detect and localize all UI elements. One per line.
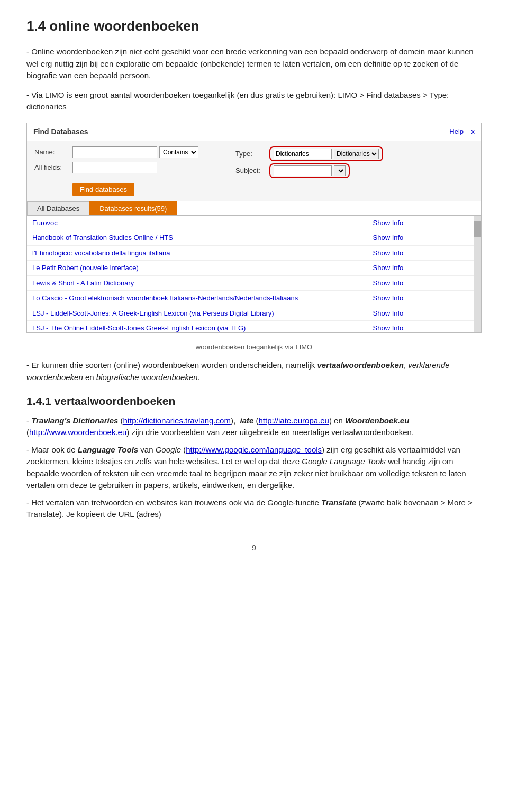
result-show-info[interactable]: Show Info [368, 216, 482, 230]
type-value-input[interactable] [274, 149, 332, 159]
subject-select[interactable] [334, 165, 346, 176]
limo-form: Name: Contains All fields: Find database… [27, 141, 481, 201]
result-show-info[interactable]: Show Info [368, 306, 482, 321]
scrollbar-thumb[interactable] [474, 221, 481, 237]
limo-box-title: Find Databases [33, 126, 88, 137]
results-area: EurovocShow InfoHandbook of Translation … [27, 216, 481, 332]
table-row: Le Petit Robert (nouvelle interface)Show… [27, 261, 481, 276]
tab-all-databases[interactable]: All Databases [27, 201, 89, 215]
name-input[interactable] [72, 146, 157, 158]
result-show-info[interactable]: Show Info [368, 291, 482, 306]
more-text: More [448, 498, 466, 507]
table-row: l'Etimologico: vocabolario della lingua … [27, 245, 481, 261]
woordenboek-text: Woordenboek.eu [345, 416, 409, 425]
iate-link[interactable]: http://iate.europa.eu [259, 416, 329, 425]
close-icon[interactable]: x [471, 127, 475, 135]
page-number: 9 [26, 542, 482, 554]
tabs-row: All Databases Databases results(59) [27, 201, 481, 216]
result-name[interactable]: Handbook of Translation Studies Online /… [27, 230, 368, 246]
subject-input-box [269, 163, 350, 178]
google-language-tools-text: Google Language Tools [302, 457, 386, 466]
body-para-3: - Het vertalen van trefwoorden en websit… [26, 497, 482, 521]
section-heading-141: 1.4.1 vertaalwoordenboeken [26, 393, 482, 410]
table-row: LSJ - The Online Liddell-Scott-Jones Gre… [27, 321, 481, 332]
limo-find-databases-box: Find Databases Help x Name: Contains All… [26, 123, 482, 333]
help-link[interactable]: Help [449, 127, 464, 135]
table-row: Lewis & Short - A Latin DictionaryShow I… [27, 275, 481, 291]
contains-select[interactable]: Contains [159, 146, 198, 158]
subject-value-input[interactable] [274, 165, 332, 176]
result-show-info[interactable]: Show Info [368, 321, 482, 332]
type-subject-area: Type: Dictionaries Subject: [235, 146, 383, 196]
middle-para-1: - Er kunnen drie soorten (online) woorde… [26, 359, 482, 383]
subject-label: Subject: [235, 165, 267, 176]
name-label: Name: [34, 147, 72, 158]
scrollbar[interactable] [474, 216, 481, 332]
results-table: EurovocShow InfoHandbook of Translation … [27, 216, 481, 332]
google-tools-link[interactable]: http://www.google.com/language_tools [186, 445, 322, 454]
type-label: Type: [235, 149, 267, 159]
woordenboek-link[interactable]: http://www.woordenboek.eu [29, 428, 126, 437]
allfields-input[interactable] [72, 162, 157, 173]
limo-box-header: Find Databases Help x [27, 123, 481, 141]
result-name[interactable]: Lo Cascio - Groot elektronisch woordenbo… [27, 291, 368, 306]
table-row: LSJ - Liddell-Scott-Jones: A Greek-Engli… [27, 306, 481, 321]
table-row: Lo Cascio - Groot elektronisch woordenbo… [27, 291, 481, 306]
translate-text: Translate [321, 498, 356, 507]
result-show-info[interactable]: Show Info [368, 275, 482, 291]
result-show-info[interactable]: Show Info [368, 245, 482, 261]
limo-caption: woordenboeken toegankelijk via LIMO [26, 342, 482, 353]
result-name[interactable]: l'Etimologico: vocabolario della lingua … [27, 245, 368, 261]
iate-text: iate [240, 416, 253, 425]
travlang-text: Travlang's Dictionaries [31, 416, 118, 425]
result-name[interactable]: Le Petit Robert (nouvelle interface) [27, 261, 368, 276]
vertaalwoordenboeken-text: vertaalwoordenboeken [318, 361, 404, 370]
biografische-text: biografische woordenboeken [96, 373, 198, 382]
google-text: Google [156, 445, 181, 454]
result-name[interactable]: LSJ - The Online Liddell-Scott-Jones Gre… [27, 321, 368, 332]
language-tools-text: Language Tools [78, 445, 138, 454]
body-para-2: - Maar ook de Language Tools van Google … [26, 444, 482, 492]
tab-results[interactable]: Databases results(59) [89, 201, 177, 215]
page-title: 1.4 online woordenboeken [26, 16, 482, 36]
type-select[interactable]: Dictionaries [334, 149, 379, 159]
limo-box-help-close[interactable]: Help x [449, 126, 475, 137]
result-show-info[interactable]: Show Info [368, 230, 482, 246]
body-para-1: - Travlang's Dictionaries (http://dictio… [26, 415, 482, 439]
find-databases-button[interactable]: Find databases [72, 183, 134, 196]
table-row: Handbook of Translation Studies Online /… [27, 230, 481, 246]
result-name[interactable]: Eurovoc [27, 216, 368, 230]
type-input-box: Dictionaries [269, 146, 383, 161]
travlang-link[interactable]: http://dictionaries.travlang.com [123, 416, 231, 425]
table-row: EurovocShow Info [27, 216, 481, 230]
result-show-info[interactable]: Show Info [368, 261, 482, 276]
result-name[interactable]: Lewis & Short - A Latin Dictionary [27, 275, 368, 291]
allfields-label: All fields: [34, 162, 72, 173]
intro-para-2: - Via LIMO is een groot aantal woordenbo… [26, 89, 482, 113]
intro-para-1: - Online woordenboeken zijn niet echt ge… [26, 46, 482, 82]
result-name[interactable]: LSJ - Liddell-Scott-Jones: A Greek-Engli… [27, 306, 368, 321]
